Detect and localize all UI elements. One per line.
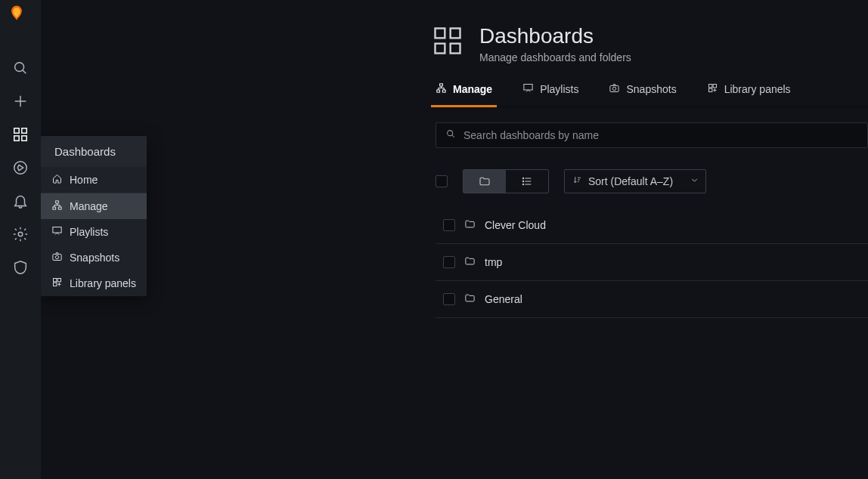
sitemap-icon (51, 199, 63, 213)
row-checkbox[interactable] (443, 256, 455, 268)
svg-rect-21 (451, 29, 460, 39)
svg-rect-32 (708, 88, 711, 91)
flyout-item-label: Snapshots (70, 252, 119, 264)
nav-dashboards-icon[interactable] (0, 118, 41, 151)
svg-point-39 (522, 181, 523, 182)
nav-alerting-icon[interactable] (0, 184, 41, 218)
svg-rect-20 (436, 29, 445, 39)
flyout-item-label: Library panels (70, 277, 136, 289)
flyout-item-playlists[interactable]: Playlists (41, 219, 147, 245)
svg-point-33 (448, 131, 453, 136)
svg-rect-14 (53, 227, 61, 233)
tab-label: Playlists (540, 83, 578, 95)
svg-rect-28 (610, 86, 618, 92)
svg-point-10 (18, 232, 23, 236)
folder-icon (464, 218, 476, 233)
flyout-item-library-panels[interactable]: Library panels (41, 270, 147, 296)
svg-rect-30 (708, 85, 711, 88)
svg-rect-7 (22, 136, 26, 141)
sort-label: Sort (Default A–Z) (588, 175, 673, 187)
grafana-logo[interactable] (8, 5, 33, 29)
svg-rect-12 (53, 207, 56, 209)
tab-label: Manage (453, 83, 492, 95)
home-icon (51, 173, 63, 187)
svg-point-0 (15, 63, 24, 72)
camera-icon (609, 82, 620, 96)
dashboards-icon (431, 24, 464, 60)
sitemap-icon (436, 82, 447, 96)
svg-rect-17 (54, 279, 57, 282)
view-list-button[interactable] (506, 170, 548, 193)
svg-rect-18 (57, 279, 60, 282)
svg-rect-26 (442, 90, 445, 92)
camera-icon (51, 251, 63, 264)
view-toggle (463, 169, 549, 193)
svg-rect-6 (14, 136, 19, 141)
search-input[interactable] (463, 129, 858, 141)
content: Sort (Default A–Z) Clever Cloud tmp Gene… (416, 107, 868, 318)
tab-manage[interactable]: Manage (431, 82, 497, 107)
svg-rect-15 (53, 254, 61, 260)
flyout-item-manage[interactable]: Manage (41, 193, 147, 219)
nav-explore-icon[interactable] (0, 151, 41, 184)
library-icon (707, 82, 718, 96)
page-subtitle: Manage dashboards and folders (479, 51, 631, 63)
folder-icon (464, 292, 476, 307)
folder-row[interactable]: tmp (436, 244, 868, 281)
nav-search-icon[interactable] (0, 51, 41, 85)
svg-rect-19 (54, 283, 57, 286)
presentation-icon (522, 82, 534, 96)
flyout-title: Dashboards (41, 136, 147, 167)
library-icon (51, 277, 63, 290)
folder-name: General (485, 293, 522, 305)
svg-line-34 (452, 135, 454, 138)
search-icon (445, 128, 456, 142)
view-folders-button[interactable] (463, 170, 506, 193)
sort-select[interactable]: Sort (Default A–Z) (564, 169, 706, 193)
row-checkbox[interactable] (443, 219, 455, 231)
svg-rect-23 (451, 44, 460, 54)
search-bar[interactable] (436, 122, 868, 148)
nav-admin-icon[interactable] (0, 251, 41, 284)
folder-name: Clever Cloud (485, 219, 546, 231)
folder-row[interactable]: Clever Cloud (436, 207, 868, 244)
folder-name: tmp (485, 256, 502, 268)
sort-icon (572, 175, 582, 187)
flyout-item-snapshots[interactable]: Snapshots (41, 245, 147, 270)
presentation-icon (51, 225, 63, 239)
flyout-item-label: Manage (70, 200, 108, 212)
svg-rect-27 (524, 85, 532, 91)
page-title: Dashboards (479, 24, 631, 48)
svg-rect-25 (437, 90, 440, 92)
svg-rect-11 (56, 201, 59, 203)
flyout-item-home[interactable]: Home (41, 167, 147, 193)
nav-create-icon[interactable] (0, 85, 41, 118)
svg-point-8 (14, 162, 27, 175)
svg-rect-13 (58, 207, 61, 209)
nav-config-icon[interactable] (0, 218, 41, 251)
folder-list: Clever Cloud tmp General (436, 207, 868, 318)
select-all-checkbox[interactable] (436, 175, 448, 187)
sidebar-iconbar (0, 0, 41, 479)
svg-rect-4 (14, 128, 19, 133)
main: Dashboards Manage dashboards and folders… (416, 0, 868, 479)
folder-row[interactable]: General (436, 281, 868, 318)
svg-marker-9 (17, 165, 23, 170)
row-checkbox[interactable] (443, 293, 455, 305)
svg-rect-5 (22, 128, 26, 133)
svg-point-38 (522, 178, 523, 179)
chevron-down-icon (690, 175, 699, 187)
sidebar-flyout: Dashboards Home Manage Playlists Snapsho… (41, 136, 147, 296)
tab-library-panels[interactable]: Library panels (702, 82, 795, 107)
tab-playlists[interactable]: Playlists (518, 82, 583, 107)
svg-rect-31 (713, 85, 716, 88)
svg-point-29 (613, 87, 616, 90)
svg-point-40 (522, 184, 523, 185)
flyout-item-label: Home (70, 174, 98, 186)
list-toolbar: Sort (Default A–Z) (436, 169, 868, 193)
folder-icon (464, 255, 476, 270)
svg-rect-22 (436, 44, 445, 54)
tab-label: Library panels (724, 83, 791, 95)
svg-line-1 (23, 70, 26, 73)
tab-snapshots[interactable]: Snapshots (604, 82, 680, 107)
